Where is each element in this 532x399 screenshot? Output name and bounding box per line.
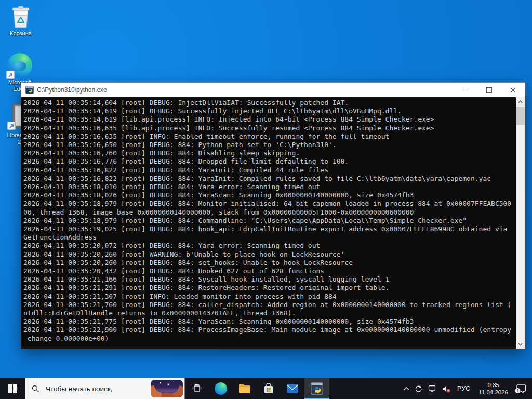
taskbar-app-microsoft-store[interactable] xyxy=(257,378,281,399)
taskbar: РУС 0:35 11.04.2026 1 xyxy=(0,378,532,399)
console-log-line: 2026-04-11 00:35:16,635 [root] INFO: Ena… xyxy=(23,132,516,141)
scroll-up-icon[interactable] xyxy=(516,97,525,106)
window-title: C:\Python310\python.exe xyxy=(37,86,453,94)
scroll-down-icon[interactable] xyxy=(516,340,525,349)
network-status-button[interactable] xyxy=(425,378,439,399)
shortcut-arrow-icon xyxy=(7,122,16,130)
taskbar-app-mail[interactable] xyxy=(281,378,304,399)
edge-icon xyxy=(215,382,227,395)
console-log-line: 2026-04-11 00:35:20,072 [root] DEBUG: 88… xyxy=(23,242,516,250)
hidden-icons-button[interactable] xyxy=(401,378,412,399)
file-explorer-icon xyxy=(238,383,251,394)
taskbar-app-python-console-active[interactable] xyxy=(304,378,329,399)
console-log-line: 2026-04-11 00:35:16,822 [root] DEBUG: 88… xyxy=(23,175,516,183)
taskbar-clock[interactable]: 0:35 11.04.2026 xyxy=(474,381,512,396)
scrollbar-thumb[interactable] xyxy=(516,107,525,125)
notification-icon: 1 xyxy=(515,384,526,394)
clock-date: 11.04.2026 xyxy=(478,389,508,396)
desktop: Корзина Microsoft Edge LibreOffice 25 xyxy=(0,0,532,399)
microsoft-store-icon xyxy=(263,383,274,394)
console-log-line: 2026-04-11 00:35:16,635 [lib.api.process… xyxy=(23,124,516,132)
ethernet-network-icon xyxy=(428,385,436,393)
sync-arrows-icon xyxy=(415,385,422,393)
console-window: C:\Python310\python.exe 2026-04-11 00:35… xyxy=(21,82,525,349)
console-log-line: 2026-04-11 00:35:21,760 [root] DEBUG: 88… xyxy=(23,301,516,309)
console-log-line: 2026-04-11 00:35:16,650 [root] DEBUG: 88… xyxy=(23,141,516,149)
desktop-icon-label: Корзина xyxy=(10,30,32,37)
console-log-line: 2026-04-11 00:35:18,979 [root] DEBUG: 88… xyxy=(23,200,516,208)
console-log-line: 2026-04-11 00:35:20,260 [root] WARNING: … xyxy=(23,250,516,259)
console-log-line: 2026-04-11 00:35:18,026 [root] DEBUG: 88… xyxy=(23,191,516,200)
clock-time: 0:35 xyxy=(478,381,508,389)
console-log-line: 2026-04-11 00:35:19,025 [root] DEBUG: 88… xyxy=(23,225,516,233)
edge-icon xyxy=(7,53,32,78)
shortcut-arrow-icon xyxy=(6,71,15,79)
taskbar-search-box[interactable] xyxy=(25,378,185,399)
console-log-line: 2026-04-11 00:35:21,307 [root] INFO: Loa… xyxy=(23,292,516,301)
language-indicator[interactable]: РУС xyxy=(453,385,474,392)
recycle-bin-icon xyxy=(8,4,33,29)
search-icon xyxy=(32,385,39,393)
speaker-muted-icon xyxy=(442,385,450,393)
bing-search-highlight-image[interactable] xyxy=(151,380,183,397)
console-log-line: 2026-04-11 00:35:14,604 [root] DEBUG: In… xyxy=(23,99,516,107)
console-log-line: 2026-04-11 00:35:16,776 [root] DEBUG: 88… xyxy=(23,157,516,166)
close-button[interactable] xyxy=(501,83,525,97)
chevron-up-icon xyxy=(403,387,409,391)
notification-badge: 1 xyxy=(516,388,519,393)
task-view-icon xyxy=(192,384,202,393)
window-titlebar[interactable]: C:\Python310\python.exe xyxy=(21,83,525,97)
console-log-line: 2026-04-11 00:35:18,010 [root] DEBUG: 88… xyxy=(23,183,516,191)
sync-status-button[interactable] xyxy=(412,378,425,399)
system-tray: РУС 0:35 11.04.2026 1 xyxy=(401,378,532,399)
console-log-line: 2026-04-11 00:35:22,900 [root] DEBUG: 88… xyxy=(23,326,516,334)
console-log-line: 2026-04-11 00:35:21,291 [root] DEBUG: 88… xyxy=(23,284,516,292)
console-body: 2026-04-11 00:35:14,604 [root] DEBUG: In… xyxy=(21,97,525,349)
mail-icon xyxy=(286,384,299,394)
console-log-line: 2026-04-11 00:35:16,760 [root] DEBUG: 88… xyxy=(23,149,516,157)
console-log-line: 2026-04-11 00:35:14,619 [lib.api.process… xyxy=(23,115,516,124)
console-log-line: 2026-04-11 00:35:20,260 [root] DEBUG: 88… xyxy=(23,259,516,267)
vertical-scrollbar[interactable] xyxy=(516,97,525,349)
minimize-button[interactable] xyxy=(453,83,477,97)
python-console-icon xyxy=(311,382,323,395)
windows-logo-icon xyxy=(8,384,17,393)
console-log-line: change 0.000000e+00) xyxy=(23,335,516,343)
desktop-icon-recycle-bin[interactable]: Корзина xyxy=(1,4,41,37)
console-log-line: 2026-04-11 00:35:21,775 [root] DEBUG: 88… xyxy=(23,317,516,326)
task-view-button[interactable] xyxy=(185,378,209,399)
search-input[interactable] xyxy=(45,384,149,393)
maximize-button[interactable] xyxy=(477,83,501,97)
console-output: 2026-04-11 00:35:14,604 [root] DEBUG: In… xyxy=(23,99,516,349)
console-log-line: 2026-04-11 00:35:14,619 [root] DEBUG: Su… xyxy=(23,107,516,115)
python-console-icon xyxy=(25,86,34,94)
console-log-line: 2026-04-11 00:35:21,166 [root] DEBUG: 88… xyxy=(23,275,516,284)
action-center-button[interactable]: 1 xyxy=(512,378,529,399)
start-button[interactable] xyxy=(0,378,25,399)
console-log-line: ntdll::LdrGetDllHandle returns to 0x0000… xyxy=(23,309,516,317)
console-log-line: 2026-04-11 00:35:18,979 [root] DEBUG: 88… xyxy=(23,217,516,225)
console-log-line: 2026-04-11 00:35:16,822 [root] DEBUG: 88… xyxy=(23,166,516,175)
volume-button[interactable] xyxy=(439,378,453,399)
console-log-line: 2026-04-11 00:35:20,432 [root] DEBUG: 88… xyxy=(23,267,516,275)
taskbar-app-file-explorer[interactable] xyxy=(233,378,257,399)
console-log-line: GetFunctionAddress xyxy=(23,233,516,242)
console-log-line: 00, thread 1368, image base 0x0000000140… xyxy=(23,208,516,217)
taskbar-app-edge[interactable] xyxy=(209,378,233,399)
